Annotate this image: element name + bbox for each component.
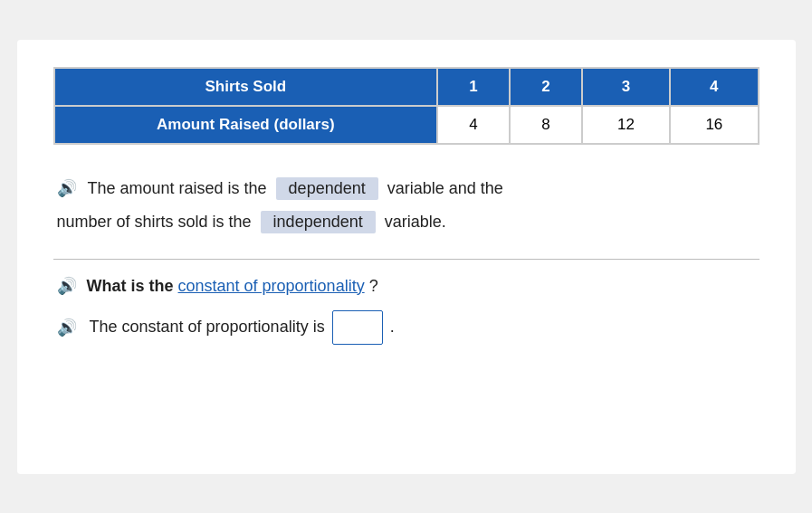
question-prefix: What is the (87, 277, 174, 296)
table-body-col2: 8 (510, 106, 582, 144)
answer-input-box[interactable] (332, 310, 383, 345)
sentence-line-2: number of shirts sold is the independent… (57, 211, 756, 233)
table-body-col4: 16 (670, 106, 758, 144)
question-suffix: ? (369, 277, 378, 296)
sentence2-highlight2: independent (261, 211, 376, 233)
prop-question-line: 🔊 What is the constant of proportionalit… (57, 276, 756, 296)
table-header-col4: 4 (670, 68, 758, 106)
section-divider (53, 259, 759, 260)
table-header-col3: 3 (582, 68, 670, 106)
sentence1-part1: The amount raised is the (88, 179, 267, 198)
answer-suffix: . (390, 318, 395, 337)
constant-of-proportionality-link[interactable]: constant of proportionality (178, 277, 365, 296)
sentence-section: 🔊 The amount raised is the dependent var… (53, 177, 759, 233)
speaker-icon-3[interactable]: 🔊 (57, 318, 77, 337)
table-header-col2: 2 (510, 68, 582, 106)
speaker-icon-1[interactable]: 🔊 (57, 178, 77, 198)
sentence-line-1: 🔊 The amount raised is the dependent var… (57, 177, 756, 200)
prop-section: 🔊 What is the constant of proportionalit… (53, 276, 759, 345)
prop-answer-line: 🔊 The constant of proportionality is . (57, 310, 756, 345)
sentence1-highlight1: dependent (276, 177, 378, 200)
table-body-col1: 4 (437, 106, 510, 144)
sentence1-part2: variable and the (387, 179, 503, 198)
data-table: Shirts Sold 1 2 3 4 Amount Raised (dolla… (53, 67, 759, 145)
table-body-col3: 12 (582, 106, 670, 144)
table-header-col1: 1 (437, 68, 510, 106)
answer-prefix: The constant of proportionality is (90, 318, 325, 337)
sentence2-part2: variable. (385, 213, 446, 232)
sentence2-part1: number of shirts sold is the (57, 213, 252, 232)
table-header-label: Shirts Sold (54, 68, 438, 106)
table-body-label: Amount Raised (dollars) (54, 106, 438, 144)
main-card: Shirts Sold 1 2 3 4 Amount Raised (dolla… (17, 40, 796, 474)
speaker-icon-2[interactable]: 🔊 (57, 276, 77, 296)
